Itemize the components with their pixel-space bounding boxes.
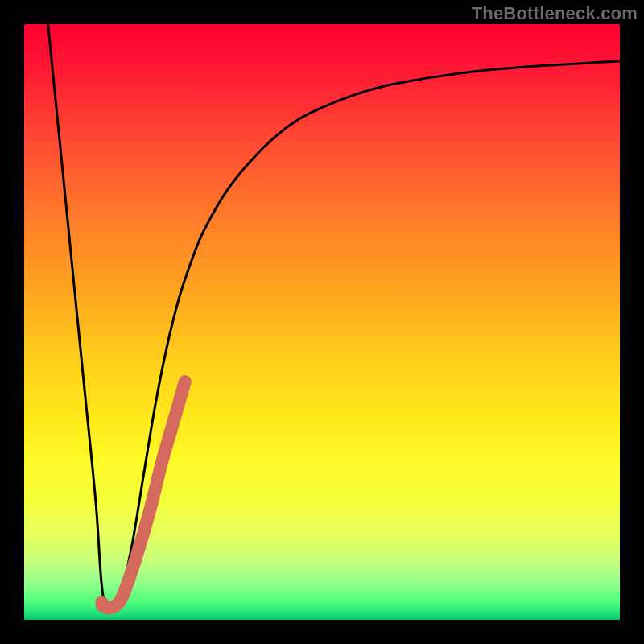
bottleneck-curve <box>48 24 620 609</box>
highlight-segment <box>96 382 185 613</box>
watermark-text: TheBottleneck.com <box>472 3 638 24</box>
plot-area <box>24 24 620 620</box>
curve-svg <box>24 24 620 620</box>
svg-point-0 <box>96 598 110 613</box>
chart-frame: TheBottleneck.com <box>0 0 644 644</box>
